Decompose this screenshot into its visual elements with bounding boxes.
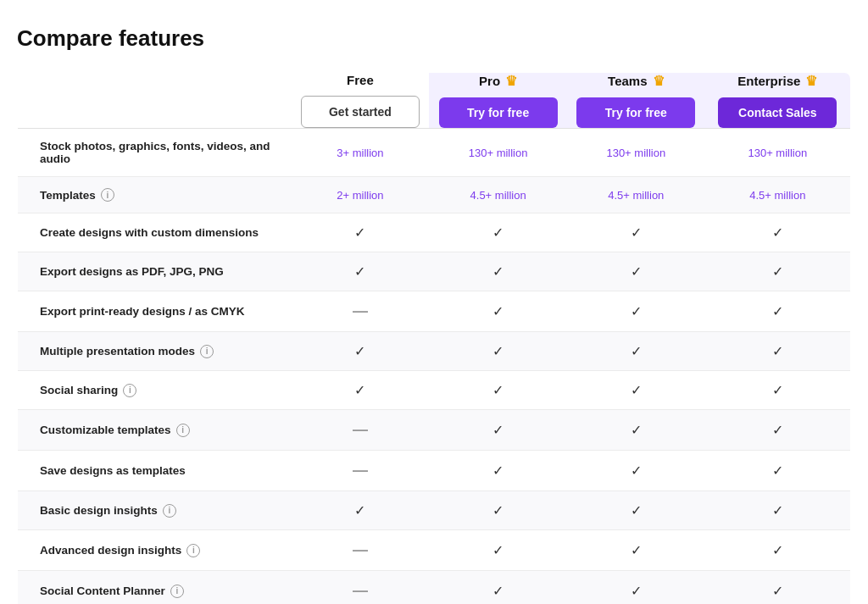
feature-value-cell: — xyxy=(292,571,430,605)
info-icon[interactable]: i xyxy=(101,188,114,202)
check-icon: ✓ xyxy=(772,503,783,518)
plan-name-free-label: Free xyxy=(347,73,374,87)
feature-name-cell: Stock photos, graphics, fonts, videos, a… xyxy=(18,129,292,177)
feature-value-cell: ✓ xyxy=(705,332,851,371)
info-icon[interactable]: i xyxy=(123,384,136,397)
page-title: Compare features xyxy=(17,25,851,52)
check-icon: ✓ xyxy=(492,543,504,557)
feature-value-cell: 130+ million xyxy=(567,129,705,177)
plan-name-enterprise-label: Enterprise xyxy=(737,74,800,88)
info-icon[interactable]: i xyxy=(200,345,214,358)
feature-value-cell: ✓ xyxy=(705,410,851,451)
check-icon: ✓ xyxy=(492,423,504,437)
check-icon: ✓ xyxy=(772,304,783,319)
table-row: Export designs as PDF, JPG, PNG✓✓✓✓ xyxy=(18,252,851,291)
feature-value-cell: 3+ million xyxy=(292,129,430,177)
check-icon: ✓ xyxy=(631,225,642,240)
feature-name-cell: Export print-ready designs / as CMYK xyxy=(18,291,292,332)
check-icon: ✓ xyxy=(492,344,504,358)
feature-value-cell: ✓ xyxy=(429,332,567,371)
check-icon: ✓ xyxy=(772,344,783,358)
check-icon: ✓ xyxy=(772,423,783,437)
feature-value-cell: ✓ xyxy=(567,410,705,451)
table-row: Multiple presentation modesi✓✓✓✓ xyxy=(18,332,851,371)
feature-value-cell: ✓ xyxy=(429,530,567,571)
feature-value-cell: — xyxy=(292,530,430,571)
dash-icon: — xyxy=(353,582,368,599)
cell-text-value: 4.5+ million xyxy=(608,189,664,202)
feature-value-cell: ✓ xyxy=(429,371,567,410)
feature-name-cell: Templatesi xyxy=(18,177,292,213)
feature-name-cell: Multiple presentation modesi xyxy=(18,332,292,371)
enterprise-contact-sales-button[interactable]: Contact Sales xyxy=(718,97,837,128)
feature-name: Stock photos, graphics, fonts, videos, a… xyxy=(40,140,275,165)
feature-value-cell: ✓ xyxy=(429,451,567,491)
header-row: Free Get started Pro ♛ Try for free Team… xyxy=(18,73,851,129)
check-icon: ✓ xyxy=(631,423,642,437)
feature-value-cell: ✓ xyxy=(567,332,705,371)
feature-value-cell: ✓ xyxy=(705,213,851,252)
feature-value-cell: ✓ xyxy=(705,371,851,410)
feature-value-cell: ✓ xyxy=(429,491,567,530)
check-icon: ✓ xyxy=(492,463,504,478)
cell-text-value: 130+ million xyxy=(606,147,665,159)
info-icon[interactable]: i xyxy=(186,544,200,557)
feature-value-cell: 130+ million xyxy=(429,129,567,177)
table-row: Social sharingi✓✓✓✓ xyxy=(18,371,851,410)
teams-try-free-button[interactable]: Try for free xyxy=(576,97,695,128)
plan-name-pro: Pro ♛ xyxy=(429,73,567,89)
pro-try-free-button[interactable]: Try for free xyxy=(439,97,558,128)
feature-value-cell: ✓ xyxy=(292,213,430,252)
feature-name: Social Content Planner xyxy=(40,585,165,597)
info-icon[interactable]: i xyxy=(176,424,190,437)
check-icon: ✓ xyxy=(631,584,642,598)
table-row: Advanced design insightsi—✓✓✓ xyxy=(18,530,851,571)
check-icon: ✓ xyxy=(772,264,783,279)
pro-crown-icon: ♛ xyxy=(505,73,517,89)
plan-name-free: Free xyxy=(292,73,430,87)
cell-text-value: 2+ million xyxy=(337,189,383,202)
check-icon: ✓ xyxy=(492,584,504,598)
feature-value-cell: ✓ xyxy=(705,571,851,605)
feature-name-cell: Social Content Planneri xyxy=(18,571,292,605)
plan-name-pro-label: Pro xyxy=(479,74,500,88)
table-row: Basic design insightsi✓✓✓✓ xyxy=(18,491,851,530)
feature-name: Social sharing xyxy=(40,384,118,396)
feature-value-cell: ✓ xyxy=(429,213,567,252)
feature-value-cell: ✓ xyxy=(292,491,430,530)
check-icon: ✓ xyxy=(631,543,642,557)
check-icon: ✓ xyxy=(354,383,365,397)
feature-value-cell: ✓ xyxy=(567,252,705,291)
table-row: Customizable templatesi—✓✓✓ xyxy=(18,410,851,451)
page-container: Compare features Free Get started Pro ♛ xyxy=(0,0,868,604)
feature-name-cell: Basic design insightsi xyxy=(18,491,292,530)
feature-value-cell: ✓ xyxy=(292,371,430,410)
info-icon[interactable]: i xyxy=(163,504,176,518)
feature-value-cell: ✓ xyxy=(567,451,705,491)
check-icon: ✓ xyxy=(631,503,642,518)
plan-header-enterprise: Enterprise ♛ Contact Sales xyxy=(705,73,851,129)
dash-icon: — xyxy=(353,541,368,558)
check-icon: ✓ xyxy=(772,463,783,478)
free-get-started-button[interactable]: Get started xyxy=(301,96,420,128)
feature-value-cell: ✓ xyxy=(567,571,705,605)
feature-value-cell: ✓ xyxy=(429,291,567,332)
info-icon[interactable]: i xyxy=(170,585,184,598)
check-icon: ✓ xyxy=(772,543,783,557)
check-icon: ✓ xyxy=(772,225,783,240)
teams-crown-icon: ♛ xyxy=(653,73,665,89)
check-icon: ✓ xyxy=(772,584,783,598)
feature-name-cell: Customizable templatesi xyxy=(18,410,292,451)
feature-name: Export print-ready designs / as CMYK xyxy=(40,305,245,318)
check-icon: ✓ xyxy=(492,264,504,279)
check-icon: ✓ xyxy=(354,225,365,240)
feature-value-cell: ✓ xyxy=(567,530,705,571)
feature-name-cell: Create designs with custom dimensions xyxy=(18,213,292,252)
table-row: Save designs as templates—✓✓✓ xyxy=(18,451,851,491)
feature-value-cell: ✓ xyxy=(705,252,851,291)
feature-value-cell: ✓ xyxy=(567,213,705,252)
check-icon: ✓ xyxy=(492,383,504,397)
plan-header-pro: Pro ♛ Try for free xyxy=(429,73,567,129)
check-icon: ✓ xyxy=(631,344,642,358)
feature-value-cell: ✓ xyxy=(705,291,851,332)
